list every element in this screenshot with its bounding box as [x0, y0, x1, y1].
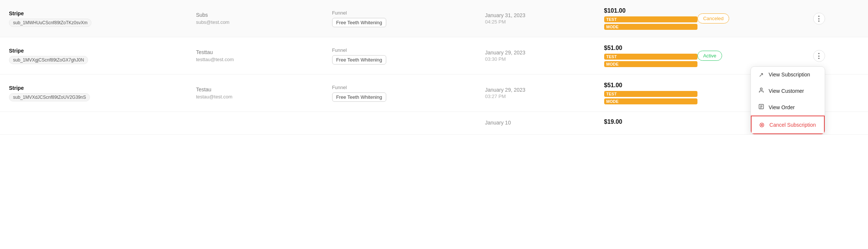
provider-name: Stripe [9, 10, 196, 16]
funnel-col: Funnel Free Teeth Whitening [332, 47, 485, 64]
time-value: 03:27 PM [485, 94, 604, 99]
mode-badge: MODE [604, 98, 698, 104]
svg-point-0 [760, 88, 762, 90]
test-badge: TEST [604, 91, 698, 97]
subscription-id: sub_1MVXgjCScnf89tZoGX7ghJ0N [9, 56, 88, 64]
date-value: January 31, 2023 [485, 12, 604, 18]
view-subscription-label: View Subscription [769, 72, 810, 78]
provider-name: Stripe [9, 48, 196, 54]
status-col: Canceled [697, 13, 783, 23]
funnel-badge: Free Teeth Whitening [332, 18, 386, 27]
mode-badge: MODE [604, 24, 698, 30]
amount-col: $101.00 TEST MODE [604, 7, 698, 30]
more-options-button[interactable]: ⋮ [813, 13, 825, 25]
test-badge: TEST [604, 16, 698, 22]
date-col: January 29, 2023 03:27 PM [485, 87, 604, 99]
customer-email: subs@test.com [196, 19, 332, 25]
customer-name: Testau [196, 86, 332, 92]
provider-col: Stripe sub_1MVXgjCScnf89tZoGX7ghJ0N [9, 48, 196, 64]
provider-col: Stripe sub_1MVXdJCScnf89tZoUV2G39nS [9, 85, 196, 101]
status-badge: Active [697, 51, 722, 61]
more-options-button[interactable]: ⋮ [813, 50, 825, 62]
mode-badge: MODE [604, 61, 698, 67]
subscription-id: sub_1MVXdJCScnf89tZoUV2G39nS [9, 93, 90, 101]
test-badge: TEST [604, 54, 698, 60]
test-mode-badges: TEST MODE [604, 16, 698, 30]
view-customer-item[interactable]: View Customer [751, 83, 825, 99]
cancel-subscription-label: Cancel Subscription [769, 122, 816, 128]
view-subscription-item[interactable]: ↗ View Subscription [751, 67, 825, 83]
customer-name: Subs [196, 12, 332, 18]
cancel-icon: ⊗ [758, 121, 766, 129]
date-value: January 29, 2023 [485, 87, 604, 93]
external-link-icon: ↗ [758, 71, 765, 78]
actions-col: ⋮ [783, 13, 825, 25]
dots-icon: ⋮ [815, 15, 822, 22]
funnel-badge: Free Teeth Whitening [332, 92, 386, 102]
person-icon [758, 87, 765, 95]
subscriptions-table: Stripe sub_1MWHUuCScnf89tZoTKz0svXm Subs… [0, 0, 868, 135]
customer-email: testtau@test.com [196, 57, 332, 62]
table-row: Stripe sub_1MVXdJCScnf89tZoUV2G39nS Test… [0, 75, 868, 112]
funnel-label: Funnel [332, 47, 485, 53]
customer-name: Testtau [196, 49, 332, 55]
amount-col: $51.00 TEST MODE [604, 45, 698, 67]
subscription-id: sub_1MWHUuCScnf89tZoTKz0svXm [9, 19, 91, 27]
funnel-label: Funnel [332, 10, 485, 16]
funnel-col: Funnel Free Teeth Whitening [332, 85, 485, 102]
order-icon [758, 104, 765, 111]
view-order-item[interactable]: View Order [751, 99, 825, 116]
context-dropdown-menu: ↗ View Subscription View Customer [750, 66, 825, 135]
test-mode-badges: TEST MODE [604, 91, 698, 104]
provider-col: Stripe sub_1MWHUuCScnf89tZoTKz0svXm [9, 10, 196, 27]
amount-value: $51.00 [604, 45, 698, 51]
status-badge: Canceled [697, 13, 729, 23]
customer-col: Testtau testtau@test.com [196, 49, 332, 62]
view-customer-label: View Customer [769, 88, 804, 94]
date-value: January 10 [485, 120, 604, 126]
provider-name: Stripe [9, 85, 196, 91]
table-row: Stripe sub_1MWHUuCScnf89tZoTKz0svXm Subs… [0, 0, 868, 37]
table-row: Stripe sub_1MVXgjCScnf89tZoGX7ghJ0N Test… [0, 37, 868, 75]
amount-col: $19.00 [604, 119, 698, 127]
amount-col: $51.00 TEST MODE [604, 82, 698, 104]
customer-col: Subs subs@test.com [196, 12, 332, 25]
amount-value: $101.00 [604, 7, 698, 14]
view-order-label: View Order [769, 104, 795, 110]
time-value: 03:30 PM [485, 56, 604, 62]
funnel-col: Funnel Free Teeth Whitening [332, 10, 485, 27]
date-col: January 10 [485, 120, 604, 126]
dots-icon: ⋮ [815, 53, 822, 59]
cancel-subscription-item[interactable]: ⊗ Cancel Subscription [751, 116, 825, 134]
date-col: January 29, 2023 03:30 PM [485, 50, 604, 62]
test-mode-badges: TEST MODE [604, 54, 698, 67]
amount-value: $51.00 [604, 82, 698, 89]
customer-email: testau@test.com [196, 94, 332, 100]
funnel-badge: Free Teeth Whitening [332, 55, 386, 64]
customer-col: Testau testau@test.com [196, 86, 332, 100]
table-row: January 10 $19.00 [0, 112, 868, 135]
funnel-label: Funnel [332, 85, 485, 90]
amount-value: $19.00 [604, 119, 698, 125]
date-col: January 31, 2023 04:25 PM [485, 12, 604, 25]
time-value: 04:25 PM [485, 19, 604, 25]
date-value: January 29, 2023 [485, 50, 604, 56]
actions-col: ⋮ ↗ View Subscription View Customer [783, 50, 825, 62]
status-col: Active [697, 51, 783, 61]
